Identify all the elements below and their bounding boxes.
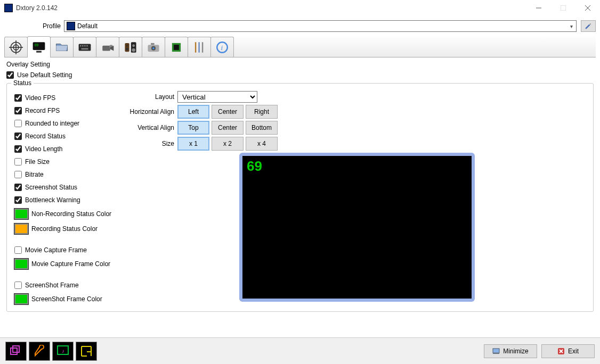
recording-color-label: Recording Status Color xyxy=(31,225,98,233)
info-icon: i xyxy=(215,40,230,54)
maze-icon xyxy=(80,345,93,358)
non-recording-color-swatch[interactable] xyxy=(14,209,28,219)
status-options: Video FPS Record FPS Rounded to integer … xyxy=(14,87,121,307)
titlebar: Dxtory 2.0.142 xyxy=(0,0,600,16)
size-x4-button[interactable]: x 4 xyxy=(246,137,278,151)
halign-center-button[interactable]: Center xyxy=(212,105,244,119)
record-status-label: Record Status xyxy=(25,133,66,140)
svg-point-27 xyxy=(152,47,154,49)
svg-rect-16 xyxy=(82,48,88,49)
overlay-preview: 69 xyxy=(242,156,472,299)
size-x2-button[interactable]: x 2 xyxy=(212,137,244,151)
tab-overlay[interactable]: 69 xyxy=(27,36,51,57)
svg-text:i: i xyxy=(221,43,223,51)
use-default-label: Use Default Setting xyxy=(17,71,72,79)
halign-right-button[interactable]: Right xyxy=(246,105,278,119)
tab-video[interactable] xyxy=(96,37,119,57)
svg-text:69: 69 xyxy=(35,43,39,47)
exit-label: Exit xyxy=(568,348,579,355)
screen-music-icon: ♪ xyxy=(56,345,69,358)
svg-rect-33 xyxy=(202,42,203,53)
use-default-checkbox[interactable] xyxy=(6,71,14,79)
tab-folder[interactable] xyxy=(50,37,74,57)
size-label: Size xyxy=(121,140,174,147)
bottom-tool-4[interactable] xyxy=(76,342,97,361)
chip-icon xyxy=(169,40,184,54)
svg-rect-36 xyxy=(11,348,17,354)
svg-rect-32 xyxy=(198,42,199,53)
non-recording-color-label: Non-Recording Status Color xyxy=(31,210,111,218)
svg-rect-17 xyxy=(102,45,110,51)
minimize-window-button[interactable] xyxy=(526,0,551,16)
video-fps-checkbox[interactable] xyxy=(14,94,22,102)
valign-bottom-button[interactable]: Bottom xyxy=(246,121,278,135)
layout-label: Layout xyxy=(121,93,174,101)
svg-rect-40 xyxy=(493,349,499,353)
bottleneck-checkbox[interactable] xyxy=(14,196,22,204)
screenshot-status-checkbox[interactable] xyxy=(14,184,22,191)
halign-left-button[interactable]: Left xyxy=(177,105,209,119)
bitrate-checkbox[interactable] xyxy=(14,171,22,178)
movie-frame-checkbox[interactable] xyxy=(14,246,22,254)
screenshot-frame-checkbox[interactable] xyxy=(14,282,22,289)
svg-rect-12 xyxy=(80,45,81,46)
valign-label: Vertical Align xyxy=(121,124,174,131)
svg-rect-15 xyxy=(86,45,87,46)
bottom-tool-1[interactable] xyxy=(5,342,27,361)
bottom-tool-3[interactable]: ♪ xyxy=(52,342,74,361)
chevron-down-icon: ▾ xyxy=(570,23,573,29)
tab-strip: 69 i xyxy=(4,36,596,57)
bottom-tool-2[interactable] xyxy=(29,342,50,361)
layout-select[interactable]: Vertical xyxy=(177,91,257,103)
close-window-button[interactable] xyxy=(575,0,600,16)
bitrate-label: Bitrate xyxy=(25,171,44,178)
exit-button[interactable]: Exit xyxy=(541,344,595,358)
pencil-icon xyxy=(585,22,592,30)
size-x1-button[interactable]: x 1 xyxy=(177,137,209,151)
tools-icon xyxy=(192,40,207,54)
maximize-window-button xyxy=(551,0,575,16)
minimize-button[interactable]: Minimize xyxy=(484,344,537,358)
svg-point-21 xyxy=(126,47,128,50)
bottleneck-label: Bottleneck Warning xyxy=(25,196,80,204)
recording-color-swatch[interactable] xyxy=(14,224,28,234)
rounded-checkbox[interactable] xyxy=(14,120,22,127)
tab-processor[interactable] xyxy=(165,37,188,57)
minimize-icon xyxy=(492,348,500,354)
rounded-label: Rounded to integer xyxy=(25,120,79,127)
movie-frame-color-swatch[interactable] xyxy=(14,259,28,269)
record-status-checkbox[interactable] xyxy=(14,133,22,140)
profile-edit-button[interactable] xyxy=(581,20,596,32)
speaker-icon xyxy=(123,40,138,54)
tab-target[interactable] xyxy=(4,37,28,57)
screenshot-frame-color-label: ScreenShot Frame Color xyxy=(31,295,102,303)
video-length-label: Video Length xyxy=(25,145,63,153)
profile-select[interactable]: Default ▾ xyxy=(64,20,577,32)
tab-screenshot[interactable] xyxy=(142,37,165,57)
tab-audio[interactable] xyxy=(119,37,142,57)
video-fps-label: Video FPS xyxy=(25,94,55,102)
status-layout-controls: Layout Vertical Horizontal Align Left Ce… xyxy=(121,87,588,307)
screenshot-status-label: Screenshot Status xyxy=(25,184,77,191)
svg-rect-10 xyxy=(36,51,42,52)
record-fps-label: Record FPS xyxy=(25,107,60,114)
keyboard-icon xyxy=(77,40,92,54)
file-size-checkbox[interactable] xyxy=(14,158,22,166)
preview-fps-value: 69 xyxy=(247,158,262,175)
tab-advanced[interactable] xyxy=(188,37,211,57)
tab-info[interactable]: i xyxy=(210,37,234,57)
svg-point-24 xyxy=(132,48,135,52)
overlay-setting-label: Overlay Setting xyxy=(6,61,594,68)
valign-center-button[interactable]: Center xyxy=(212,121,244,135)
valign-top-button[interactable]: Top xyxy=(177,121,209,135)
video-length-checkbox[interactable] xyxy=(14,145,22,153)
screenshot-frame-color-swatch[interactable] xyxy=(14,294,28,304)
crosshair-icon xyxy=(9,40,23,54)
record-fps-checkbox[interactable] xyxy=(14,107,22,114)
svg-point-23 xyxy=(132,44,135,47)
camcorder-icon xyxy=(100,40,115,54)
svg-rect-11 xyxy=(79,44,91,51)
stack-icon xyxy=(10,345,22,358)
svg-rect-1 xyxy=(561,5,566,11)
tab-hotkey[interactable] xyxy=(73,37,96,57)
